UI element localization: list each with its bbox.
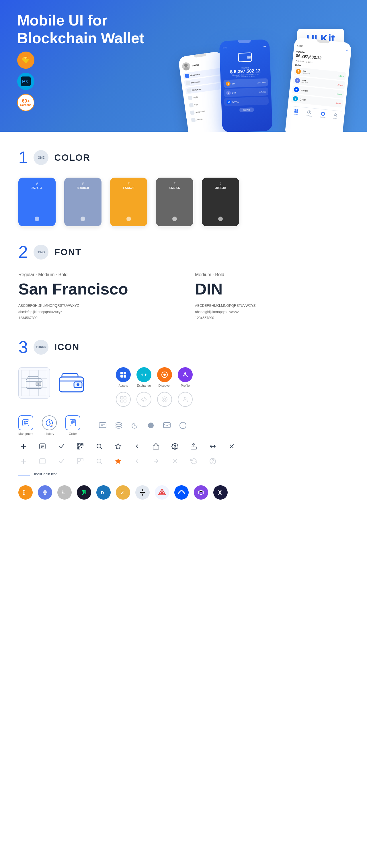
- svg-rect-40: [70, 420, 76, 426]
- refresh-icon: [189, 456, 199, 466]
- icon-discover: Discover: [157, 367, 172, 387]
- icon-discover-outline: [157, 392, 172, 407]
- extra-icons-row: [97, 420, 188, 431]
- svg-rect-29: [124, 400, 126, 402]
- icon-nav-outline: [116, 392, 193, 407]
- svg-point-30: [163, 398, 166, 401]
- xrp-logo: [213, 485, 228, 500]
- arrow-icon: [151, 456, 161, 466]
- icon-management: Mangment: [18, 415, 33, 435]
- icon-nav-colored: Assets Exchange Discover: [116, 367, 193, 387]
- svg-text:D: D: [101, 490, 104, 495]
- chevron-left-icon: [132, 441, 142, 452]
- font-section-title: FONT: [54, 247, 81, 257]
- svg-rect-44: [72, 420, 74, 421]
- svg-rect-71: [191, 447, 197, 449]
- misc-icons-row-1: [18, 441, 349, 452]
- font-section-number: 2: [18, 244, 28, 261]
- order-label: Order: [69, 432, 77, 435]
- svg-text:₿: ₿: [23, 490, 25, 495]
- layers-icon: [114, 420, 124, 431]
- close-icon: [227, 441, 237, 452]
- icon-section-badge: THREE: [33, 340, 49, 355]
- blockchain-section: BlockChain Icon: [18, 472, 349, 482]
- icon-exchange: Exchange: [137, 367, 151, 387]
- blockchain-label: BlockChain Icon: [33, 472, 58, 476]
- qr-outline-icon: [75, 456, 85, 466]
- svg-point-50: [148, 423, 154, 428]
- color-hex-gray: #8DA0C8: [77, 182, 89, 190]
- font-section-badge: TWO: [33, 245, 49, 259]
- assets-label: Assets: [118, 384, 128, 387]
- ltc-logo: Ł: [57, 485, 72, 500]
- icon-order: Order: [65, 415, 80, 435]
- chevron-left-outline-icon: [132, 456, 142, 466]
- management-label: Mangment: [18, 432, 33, 435]
- plus-outline-icon: [18, 456, 29, 466]
- search-icon: [94, 441, 104, 452]
- share-icon: [151, 441, 161, 452]
- font-section-header: 2 TWO FONT: [18, 244, 349, 261]
- svg-point-2: [184, 63, 188, 67]
- screens-badge: 60+ Screens: [17, 94, 34, 111]
- svg-point-15: [37, 383, 39, 385]
- color-section-header: 1 ONE COLOR: [18, 149, 349, 166]
- app-icons-row: Mangment History: [18, 415, 349, 435]
- svg-point-23: [163, 374, 166, 376]
- color-section-badge: ONE: [33, 150, 49, 165]
- din-uppercase: ABCDEFGHIJKLMNOPQRSTUVWXYZ: [195, 303, 349, 309]
- exchange-icon: [137, 367, 151, 382]
- icon-wireframe-gray: [18, 367, 50, 399]
- din-lowercase: abcdefghijklmnopqrstuvwxyz: [195, 309, 349, 315]
- color-swatch-orange: #F5A623: [110, 178, 147, 226]
- svg-point-32: [185, 397, 186, 399]
- svg-point-3: [184, 66, 190, 71]
- svg-rect-51: [163, 423, 170, 428]
- swap-icon: [207, 441, 218, 452]
- zcash-logo: Z: [116, 485, 130, 500]
- svg-rect-22: [123, 375, 126, 378]
- color-dot-mid-gray: [172, 217, 177, 221]
- svg-rect-27: [124, 397, 126, 399]
- svg-rect-75: [78, 458, 80, 461]
- ps-badge: Ps: [17, 73, 34, 90]
- blockchain-divider: [18, 475, 30, 476]
- svg-rect-34: [24, 421, 26, 423]
- hero-badges: Ps 60+ Screens: [17, 52, 34, 111]
- svg-rect-7: [294, 109, 296, 111]
- phone-center: 9:41 ●●● myWallet $ 6,297,502.12 Charact…: [219, 39, 273, 132]
- svg-point-49: [116, 423, 121, 425]
- profile-label: Profile: [181, 384, 190, 387]
- icon-assets-outline: [116, 392, 131, 407]
- din-numbers: 1234567890: [195, 315, 349, 321]
- chat-icon: [97, 420, 108, 431]
- font-section: Regular · Medium · Bold San Francisco AB…: [18, 272, 349, 321]
- svg-text:Z: Z: [121, 490, 124, 495]
- color-swatch-dark: #303030: [202, 178, 239, 226]
- svg-rect-9: [294, 111, 295, 113]
- discover-icon: [157, 367, 172, 382]
- discover-outline-icon: [157, 392, 172, 407]
- settings-icon: [170, 441, 180, 452]
- star-filled-icon: [113, 456, 123, 466]
- color-swatch-blue: #3574FA: [18, 178, 56, 226]
- assets-outline-icon: [116, 392, 131, 407]
- svg-rect-66: [78, 447, 79, 448]
- matic-logo: [194, 485, 208, 500]
- svg-rect-76: [81, 458, 83, 461]
- color-dot-blue: [35, 217, 39, 221]
- color-swatch-gray: #8DA0C8: [64, 178, 102, 226]
- svg-rect-74: [39, 459, 45, 464]
- profile-icon: [178, 367, 193, 382]
- info-icon: [178, 420, 188, 431]
- hero-section: Mobile UI for Blockchain Wallet UI Kit P…: [0, 0, 367, 132]
- sketch-badge: [17, 52, 34, 69]
- list-icon: [37, 441, 48, 452]
- exchange-outline-icon: [137, 392, 151, 407]
- assets-icon: [116, 367, 131, 382]
- sf-styles: Regular · Medium · Bold: [18, 272, 172, 277]
- sf-numbers: 1234567890: [18, 315, 172, 321]
- star-icon: [113, 441, 123, 452]
- crypto-logos: ₿ Ł D Z: [18, 485, 349, 500]
- icon-exchange-outline: [137, 392, 151, 407]
